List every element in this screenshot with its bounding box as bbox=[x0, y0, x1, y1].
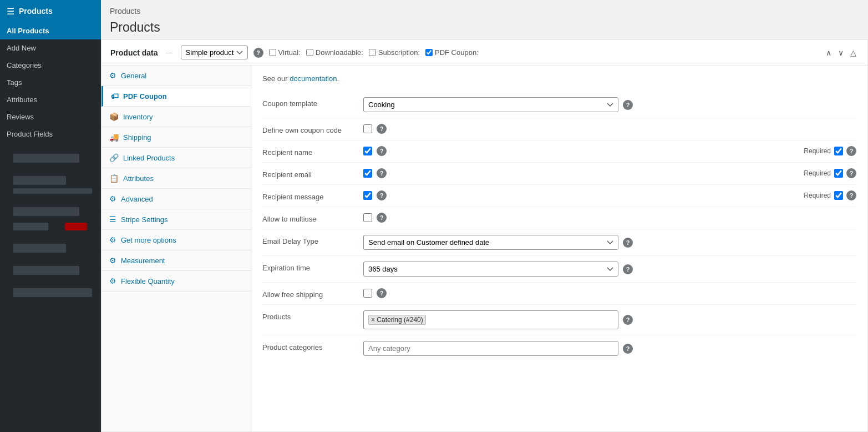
sidebar-item-all-products[interactable]: All Products bbox=[0, 22, 101, 39]
products-tag-input-container[interactable]: × Catering (#240) bbox=[363, 310, 618, 329]
recipient-message-control: ? Required ? bbox=[363, 190, 856, 200]
recipient-message-required-help-icon[interactable]: ? bbox=[846, 190, 856, 200]
downloadable-checkbox[interactable] bbox=[306, 49, 313, 56]
recipient-name-required-help-icon[interactable]: ? bbox=[846, 146, 856, 156]
allow-free-shipping-checkbox[interactable] bbox=[363, 289, 372, 298]
flexible-quantity-icon: ⚙ bbox=[109, 277, 116, 285]
define-own-coupon-code-checkbox[interactable] bbox=[363, 124, 372, 133]
define-own-coupon-code-help-icon[interactable]: ? bbox=[377, 124, 387, 134]
recipient-email-help-icon[interactable]: ? bbox=[377, 168, 387, 178]
expiration-time-help-icon[interactable]: ? bbox=[623, 264, 633, 274]
tab-linked-products[interactable]: 🔗 Linked Products bbox=[101, 148, 251, 168]
email-delay-type-row: Email Delay Type Send email on Customer … bbox=[262, 229, 856, 256]
sidebar-item-tags[interactable]: Tags bbox=[0, 74, 101, 91]
page-title: Products bbox=[110, 18, 859, 39]
sidebar-item-product-fields[interactable]: Product Fields bbox=[0, 125, 101, 143]
sidebar-item-reviews[interactable]: Reviews bbox=[0, 108, 101, 125]
allow-multiuse-row: Allow to multiuse ? bbox=[262, 207, 856, 229]
recipient-name-required-checkbox[interactable] bbox=[834, 147, 843, 155]
product-data-header: Product data — Simple product ? Virtual:… bbox=[101, 39, 868, 66]
recipient-email-required-group: Required ? bbox=[804, 168, 856, 178]
tab-pdf-coupon[interactable]: 🏷 PDF Coupon bbox=[101, 86, 251, 107]
recipient-email-required-help-icon[interactable]: ? bbox=[846, 168, 856, 178]
email-delay-type-select[interactable]: Send email on Customer defined date bbox=[363, 235, 618, 250]
sidebar-item-add-new[interactable]: Add New bbox=[0, 39, 101, 57]
pdf-coupon-label[interactable]: PDF Coupon: bbox=[425, 48, 479, 57]
sidebar-placeholder-4 bbox=[0, 237, 101, 259]
tab-inventory[interactable]: 📦 Inventory bbox=[101, 107, 251, 127]
product-categories-row: Product categories ? bbox=[262, 335, 856, 361]
recipient-email-required-checkbox[interactable] bbox=[834, 169, 843, 178]
coupon-template-row: Coupon template Cooking ? bbox=[262, 92, 856, 118]
allow-free-shipping-label: Allow free shipping bbox=[262, 288, 357, 299]
tab-flexible-quantity[interactable]: ⚙ Flexible Quantity bbox=[101, 271, 251, 292]
sidebar-placeholder-3 bbox=[0, 200, 101, 237]
tab-general[interactable]: ⚙ General bbox=[101, 66, 251, 86]
tab-get-more-options[interactable]: ⚙ Get more options bbox=[101, 230, 251, 250]
sidebar-item-attributes[interactable]: Attributes bbox=[0, 91, 101, 108]
main-content: Products Products Product data — Simple … bbox=[101, 0, 868, 432]
linked-products-icon: 🔗 bbox=[109, 153, 119, 162]
expiration-time-select[interactable]: 365 days bbox=[363, 262, 618, 277]
virtual-checkbox[interactable] bbox=[269, 49, 276, 56]
recipient-message-required-checkbox[interactable] bbox=[834, 191, 843, 200]
arrow-down-button[interactable]: ∨ bbox=[836, 47, 846, 58]
tab-stripe-settings[interactable]: ☰ Stripe Settings bbox=[101, 209, 251, 230]
general-icon: ⚙ bbox=[109, 71, 116, 80]
sidebar-placeholder-2 bbox=[0, 169, 101, 200]
sidebar-nav: All Products Add New Categories Tags Att… bbox=[0, 22, 101, 143]
tab-attributes[interactable]: 📋 Attributes bbox=[101, 168, 251, 189]
virtual-label[interactable]: Virtual: bbox=[269, 48, 301, 57]
recipient-email-label: Recipient email bbox=[262, 168, 357, 179]
allow-free-shipping-help-icon[interactable]: ? bbox=[377, 288, 387, 298]
product-data-label: Product data bbox=[110, 48, 158, 57]
coupon-template-help-icon[interactable]: ? bbox=[623, 100, 633, 110]
allow-multiuse-help-icon[interactable]: ? bbox=[377, 213, 387, 223]
sidebar: ☰ Products All Products Add New Categori… bbox=[0, 0, 101, 432]
sidebar-placeholder-6 bbox=[0, 282, 101, 304]
recipient-name-checkbox[interactable] bbox=[363, 147, 372, 155]
allow-free-shipping-control: ? bbox=[363, 288, 856, 298]
recipient-name-label: Recipient name bbox=[262, 146, 357, 157]
downloadable-label[interactable]: Downloadable: bbox=[306, 48, 363, 57]
email-delay-type-help-icon[interactable]: ? bbox=[623, 238, 633, 248]
arrow-collapse-button[interactable]: △ bbox=[848, 47, 859, 58]
recipient-message-required-label: Required bbox=[804, 192, 831, 199]
allow-multiuse-checkbox[interactable] bbox=[363, 213, 372, 222]
tab-shipping[interactable]: 🚚 Shipping bbox=[101, 127, 251, 148]
arrow-up-button[interactable]: ∧ bbox=[824, 47, 834, 58]
product-type-help-icon[interactable]: ? bbox=[253, 48, 263, 58]
inventory-icon: 📦 bbox=[109, 112, 119, 121]
sidebar-header: ☰ Products bbox=[0, 0, 101, 22]
coupon-template-select[interactable]: Cooking bbox=[363, 97, 618, 112]
recipient-message-checkbox[interactable] bbox=[363, 191, 372, 200]
sidebar-blurred-section bbox=[0, 147, 101, 304]
recipient-email-control: ? Required ? bbox=[363, 168, 856, 178]
subscription-label[interactable]: Subscription: bbox=[369, 48, 420, 57]
sidebar-item-categories[interactable]: Categories bbox=[0, 57, 101, 74]
product-categories-help-icon[interactable]: ? bbox=[623, 344, 633, 354]
advanced-icon: ⚙ bbox=[109, 194, 116, 203]
stripe-settings-icon: ☰ bbox=[109, 215, 116, 224]
subscription-checkbox[interactable] bbox=[369, 49, 376, 56]
coupon-template-control: Cooking ? bbox=[363, 97, 856, 112]
product-categories-input[interactable] bbox=[363, 341, 618, 356]
menu-icon: ☰ bbox=[7, 6, 14, 17]
tab-measurement[interactable]: ⚙ Measurement bbox=[101, 250, 251, 271]
get-more-options-icon: ⚙ bbox=[109, 235, 116, 244]
recipient-message-row: Recipient message ? Required ? bbox=[262, 185, 856, 207]
tab-layout: ⚙ General 🏷 PDF Coupon 📦 Inventory 🚚 Shi… bbox=[101, 66, 868, 432]
products-label: Products bbox=[262, 310, 357, 321]
documentation-link[interactable]: documentation bbox=[290, 74, 337, 83]
define-own-coupon-code-label: Define own coupon code bbox=[262, 124, 357, 134]
products-help-icon[interactable]: ? bbox=[623, 315, 633, 325]
recipient-message-help-icon[interactable]: ? bbox=[377, 190, 387, 200]
recipient-email-checkbox[interactable] bbox=[363, 169, 372, 178]
tab-advanced[interactable]: ⚙ Advanced bbox=[101, 189, 251, 209]
product-type-select[interactable]: Simple product bbox=[181, 46, 248, 59]
pdf-coupon-checkbox[interactable] bbox=[425, 49, 433, 56]
recipient-name-help-icon[interactable]: ? bbox=[377, 146, 387, 156]
products-tag-input[interactable] bbox=[428, 316, 613, 324]
recipient-email-required-label: Required bbox=[804, 169, 831, 177]
define-own-coupon-code-control: ? bbox=[363, 124, 856, 134]
